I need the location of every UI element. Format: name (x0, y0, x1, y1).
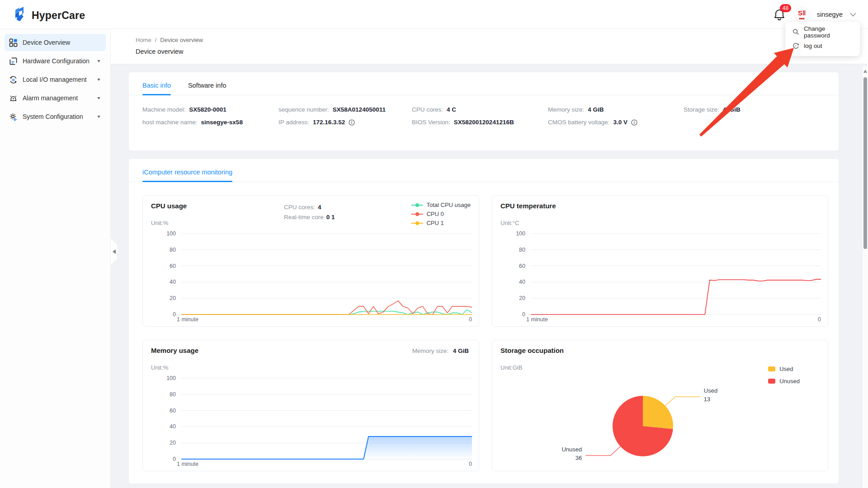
grid-icon (9, 38, 18, 47)
chevron-down-icon: ▼ (96, 59, 101, 63)
sidebar-item-alarm-management[interactable]: Alarm management ▼ (5, 89, 106, 107)
breadcrumb-separator: / (155, 37, 157, 43)
sidebar-item-label: Local I/O management (23, 76, 87, 83)
cpu-usage-chart: 1008060402001 minute0 (143, 228, 480, 325)
tab-software-info[interactable]: Software info (188, 82, 226, 95)
chevron-down-icon[interactable] (850, 13, 856, 17)
breadcrumb-band: Home / Device overview Device overview (111, 29, 868, 64)
page-title: Device overview (136, 48, 184, 55)
field-host-machine-name: host machine name:sinsegye-sx58 (142, 119, 278, 126)
legend-unused[interactable]: Unused (768, 378, 800, 385)
legend-cpu-0[interactable]: CPU 0 (411, 211, 471, 217)
tab-basic-info[interactable]: Basic info (142, 82, 171, 95)
field-ip-address: IP address:172.16.3.52 (278, 119, 412, 126)
svg-text:Used: Used (704, 387, 717, 394)
svg-text:100: 100 (166, 375, 176, 381)
svg-text:80: 80 (519, 247, 525, 253)
scrollbar-up-arrow-icon[interactable] (863, 70, 867, 73)
hypercare-logo-icon (13, 6, 28, 24)
svg-text:80: 80 (170, 391, 176, 398)
chart-unit-label: Unit:% (151, 364, 168, 371)
svg-text:20: 20 (170, 295, 176, 301)
chevron-down-icon: ▼ (96, 96, 101, 100)
sidebar-item-label: Device Overview (23, 39, 70, 46)
memory-usage-chart-card: Memory usage Memory size: 4 GiB Unit:% 1… (142, 340, 479, 471)
chart-title: CPU temperature (500, 202, 556, 210)
svg-text:0: 0 (173, 311, 176, 318)
storage-legend: Used Unused (768, 366, 800, 385)
svg-text:36: 36 (576, 455, 582, 461)
cpu-temperature-chart: 1008060402001 minute0 (492, 228, 829, 325)
field-bios-version: BIOS Version:SX58200120241216B (412, 119, 548, 126)
storage-occupation-chart-card: Used13Unused36 Storage occupation Unit:G… (492, 340, 828, 471)
sidebar-collapse-handle[interactable] (111, 239, 117, 265)
svg-text:13: 13 (704, 396, 710, 403)
chart-unit-label: Unit:°C (500, 220, 519, 226)
tab-icomputer-resource-monitoring[interactable]: iComputer resource monitoring (142, 169, 232, 182)
menu-item-label: Change password (804, 25, 853, 39)
basic-info-card: Basic info Software info Machine model:S… (129, 72, 839, 150)
brand-name: HyperCare (32, 9, 85, 22)
avatar[interactable]: S‖▄▄▄ (794, 7, 810, 22)
cpu-temperature-chart-card: CPU temperature Unit:°C 1008060402001 mi… (492, 195, 828, 327)
info-icon[interactable] (631, 119, 637, 126)
chart-unit-label: Unit:GiB (500, 364, 522, 371)
menu-item-log-out[interactable]: log out (785, 39, 860, 53)
breadcrumb: Home / Device overview (136, 37, 203, 43)
device-info-fields: Machine model:SX5820-0001 sequence numbe… (142, 106, 825, 126)
sidebar: Device Overview Hardware Configuration ▼… (0, 29, 111, 488)
svg-text:0: 0 (522, 311, 525, 318)
svg-text:20: 20 (519, 295, 525, 301)
field-cmos-battery-voltage: CMOS battery voltage:3.0 V (548, 119, 684, 126)
svg-text:1 minute: 1 minute (177, 461, 198, 467)
field-sequence-number: sequence number:SX58A0124050011 (278, 106, 412, 113)
notification-bell[interactable]: 48 (774, 8, 787, 21)
sidebar-item-hardware-configuration[interactable]: Hardware Configuration ▼ (5, 52, 106, 70)
breadcrumb-home[interactable]: Home (136, 37, 151, 43)
io-icon (9, 75, 18, 84)
alarm-icon (9, 94, 18, 103)
svg-text:100: 100 (166, 230, 176, 237)
storage-occupation-pie-chart: Used13Unused36 (492, 340, 829, 472)
svg-text:80: 80 (170, 247, 176, 253)
svg-text:20: 20 (170, 440, 176, 446)
field-memory-size: Memory size:4 GiB (548, 106, 684, 113)
sidebar-item-system-configuration[interactable]: System Configuration ▼ (5, 108, 106, 125)
svg-text:0: 0 (173, 456, 176, 462)
svg-text:1 minute: 1 minute (177, 316, 198, 323)
chart-unit-label: Unit:% (151, 220, 168, 226)
username[interactable]: sinsegye (817, 11, 843, 18)
sidebar-item-local-io-management[interactable]: Local I/O management ▼ (5, 71, 106, 88)
collapse-left-icon (113, 249, 116, 254)
menu-item-change-password[interactable]: Change password (785, 25, 860, 39)
cpu-cores-info: CPU cores:4 Real-time core0 1 (284, 202, 335, 222)
monitoring-tabs: iComputer resource monitoring (129, 159, 839, 182)
field-cpu-cores: CPU cores:4 C (412, 106, 548, 113)
sidebar-item-device-overview[interactable]: Device Overview (5, 34, 106, 51)
svg-text:0: 0 (469, 461, 472, 467)
logout-icon (793, 42, 799, 49)
svg-text:0: 0 (469, 316, 472, 323)
hardware-icon (9, 57, 18, 66)
svg-text:0: 0 (818, 316, 821, 323)
info-icon[interactable] (349, 119, 355, 126)
vertical-scrollbar[interactable] (862, 66, 868, 488)
breadcrumb-current: Device overview (160, 37, 203, 43)
chart-title: Memory usage (151, 347, 198, 354)
cpu-usage-chart-card: CPU usage CPU cores:4 Real-time core0 1 … (142, 195, 479, 327)
sidebar-item-label: Hardware Configuration (23, 57, 90, 65)
legend-used[interactable]: Used (768, 366, 800, 372)
scrollbar-thumb[interactable] (863, 77, 867, 249)
svg-text:40: 40 (170, 423, 176, 430)
svg-text:40: 40 (170, 279, 176, 285)
memory-size-info: Memory size: 4 GiB (412, 347, 469, 354)
legend-total-cpu-usage[interactable]: Total CPU usage (411, 202, 471, 208)
chevron-down-icon: ▼ (96, 77, 101, 82)
memory-usage-chart: 1008060402001 minute0 (143, 373, 480, 469)
svg-text:1 minute: 1 minute (526, 316, 548, 323)
chevron-down-icon: ▼ (96, 114, 101, 119)
field-machine-model: Machine model:SX5820-0001 (142, 106, 278, 113)
change-password-icon (793, 28, 799, 35)
legend-cpu-1[interactable]: CPU 1 (411, 220, 471, 226)
hypercare-app: HyperCare 48 S‖▄▄▄ sinsegye Change (0, 0, 868, 488)
